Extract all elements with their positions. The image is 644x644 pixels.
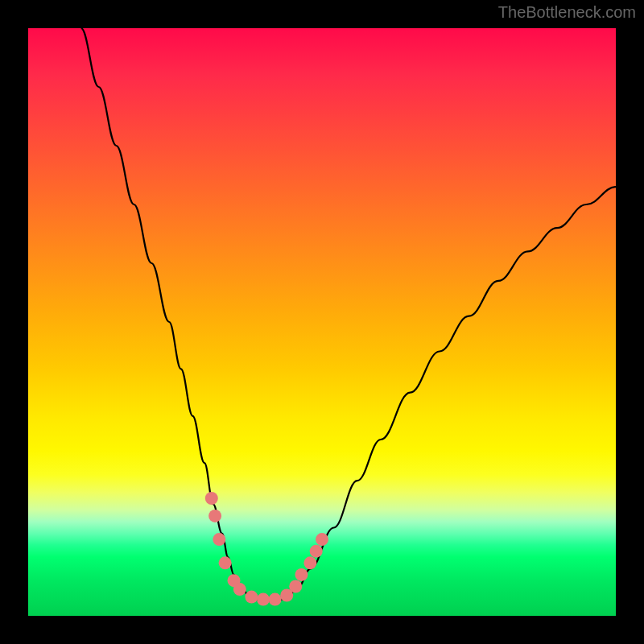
marker-dot xyxy=(245,591,258,604)
marker-dot xyxy=(303,556,316,569)
marker-group xyxy=(205,492,328,606)
marker-dot xyxy=(269,593,282,606)
marker-dot xyxy=(219,556,232,569)
watermark-text: TheBottleneck.com xyxy=(498,3,636,22)
marker-dot xyxy=(208,510,221,522)
marker-dot xyxy=(205,492,218,505)
marker-dot xyxy=(295,568,308,581)
marker-dot xyxy=(213,533,225,546)
curve-path xyxy=(81,28,616,601)
marker-dot xyxy=(233,583,246,596)
marker-dot xyxy=(257,593,270,606)
chart-plot-area xyxy=(28,28,616,616)
marker-dot xyxy=(316,533,328,546)
chart-svg xyxy=(28,28,616,616)
marker-dot xyxy=(310,545,323,558)
marker-dot xyxy=(289,580,302,593)
